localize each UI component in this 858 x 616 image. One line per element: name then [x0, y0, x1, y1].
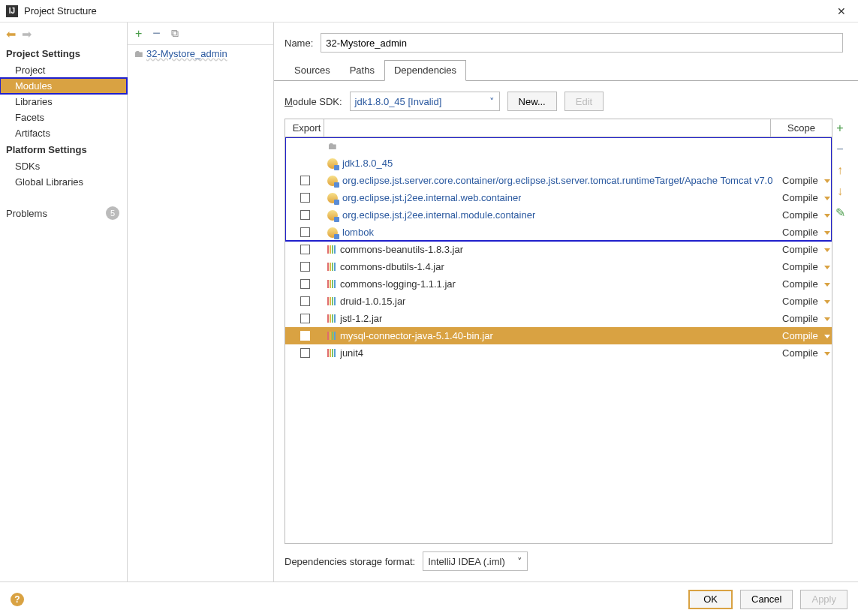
export-checkbox[interactable]	[300, 193, 310, 203]
dependency-name: druid-1.0.15.jar	[340, 296, 405, 307]
new-sdk-button[interactable]: New...	[507, 92, 557, 111]
chevron-down-icon[interactable]	[824, 195, 832, 201]
ok-button[interactable]: OK	[688, 590, 733, 609]
scope-cell[interactable]: Compile	[779, 330, 832, 341]
dependency-name: junit4	[340, 347, 363, 359]
window-title: Project Structure	[24, 5, 97, 17]
problems-count-badge: 5	[106, 206, 119, 220]
export-checkbox[interactable]	[300, 210, 310, 220]
module-name-field-label: Name:	[284, 38, 313, 49]
dependency-row[interactable]: commons-beanutils-1.8.3.jarCompile	[285, 241, 832, 258]
chevron-down-icon[interactable]	[824, 316, 832, 322]
dependency-row[interactable]: org.eclipse.jst.server.core.container/or…	[285, 172, 832, 189]
scope-cell[interactable]: Compile	[779, 209, 832, 221]
export-checkbox[interactable]	[300, 331, 310, 341]
cancel-button[interactable]: Cancel	[740, 590, 793, 609]
forward-icon[interactable]: ➡	[22, 27, 32, 41]
library-icon	[327, 227, 338, 238]
dependency-row[interactable]: druid-1.0.15.jarCompile	[285, 293, 832, 310]
scope-cell[interactable]: Compile	[779, 244, 832, 255]
sidebar-item-sdks[interactable]: SDKs	[0, 158, 127, 174]
scope-cell[interactable]: Compile	[779, 192, 832, 203]
app-icon: IJ	[6, 5, 18, 17]
sidebar: ⬅ ➡ Project Settings ProjectModulesLibra…	[0, 23, 128, 581]
sidebar-item-libraries[interactable]: Libraries	[0, 94, 127, 110]
dependency-name: lombok	[342, 227, 374, 238]
export-checkbox[interactable]	[300, 348, 310, 358]
tab-sources[interactable]: Sources	[284, 60, 340, 80]
chevron-down-icon[interactable]	[824, 281, 832, 287]
dependency-row[interactable]: org.eclipse.jst.j2ee.internal.web.contai…	[285, 189, 832, 206]
chevron-down-icon[interactable]	[824, 333, 832, 339]
module-list-item[interactable]: 🖿 32-Mystore_admin	[128, 45, 273, 62]
dependency-row[interactable]: 🖿	[285, 137, 832, 155]
chevron-down-icon[interactable]	[824, 230, 832, 236]
scope-cell[interactable]: Compile	[779, 278, 832, 290]
export-checkbox[interactable]	[300, 245, 310, 254]
export-checkbox[interactable]	[300, 314, 310, 323]
dependency-name: commons-dbutils-1.4.jar	[340, 261, 444, 272]
scope-cell[interactable]: Compile	[779, 261, 832, 272]
dependency-row[interactable]: jstl-1.2.jarCompile	[285, 310, 832, 327]
help-icon[interactable]: ?	[11, 593, 24, 606]
storage-format-select[interactable]: IntelliJ IDEA (.iml) ˅	[423, 551, 528, 571]
column-scope: Scope	[770, 119, 832, 137]
dependency-row[interactable]: jdk1.8.0_45	[285, 155, 832, 172]
chevron-down-icon: ˅	[517, 556, 522, 567]
sidebar-item-project[interactable]: Project	[0, 62, 127, 78]
export-checkbox[interactable]	[300, 227, 310, 237]
export-checkbox[interactable]	[300, 279, 310, 289]
chevron-down-icon[interactable]	[824, 178, 832, 184]
library-icon	[327, 297, 336, 305]
close-icon[interactable]: ✕	[831, 2, 852, 20]
library-icon	[327, 349, 336, 357]
sidebar-item-modules[interactable]: Modules	[0, 78, 127, 94]
scope-cell[interactable]: Compile	[779, 175, 832, 186]
scope-label: Compile	[782, 192, 818, 203]
remove-module-icon[interactable]: −	[152, 26, 161, 41]
scope-cell[interactable]: Compile	[779, 227, 832, 238]
dependency-name: org.eclipse.jst.j2ee.internal.web.contai…	[342, 192, 521, 203]
add-module-icon[interactable]: +	[135, 27, 142, 41]
chevron-down-icon[interactable]	[824, 247, 832, 253]
dependency-row[interactable]: org.eclipse.jst.j2ee.internal.module.con…	[285, 206, 832, 224]
move-up-icon[interactable]: ↑	[837, 164, 843, 177]
module-name-input[interactable]	[321, 33, 843, 53]
library-icon	[327, 193, 338, 203]
tab-paths[interactable]: Paths	[340, 60, 384, 80]
sidebar-item-facets[interactable]: Facets	[0, 110, 127, 125]
module-sdk-select[interactable]: jdk1.8.0_45 [Invalid] ˅	[350, 92, 500, 111]
export-checkbox[interactable]	[300, 296, 310, 306]
dependency-row[interactable]: commons-logging-1.1.1.jarCompile	[285, 275, 832, 293]
problems-label: Problems	[6, 208, 47, 219]
edit-dependency-icon[interactable]: ✎	[835, 206, 845, 220]
dependency-row[interactable]: lombokCompile	[285, 224, 832, 241]
chevron-down-icon[interactable]	[824, 212, 832, 218]
edit-sdk-button: Edit	[564, 92, 604, 111]
chevron-down-icon: ˅	[489, 96, 495, 107]
chevron-down-icon[interactable]	[824, 264, 832, 270]
scope-cell[interactable]: Compile	[779, 313, 832, 324]
chevron-down-icon[interactable]	[824, 299, 832, 305]
scope-cell[interactable]: Compile	[779, 296, 832, 307]
platform-settings-heading: Platform Settings	[0, 141, 127, 158]
export-checkbox[interactable]	[300, 262, 310, 272]
move-down-icon[interactable]: ↓	[837, 185, 843, 198]
library-icon	[327, 158, 338, 169]
chevron-down-icon[interactable]	[824, 350, 832, 356]
add-dependency-icon[interactable]: +	[836, 122, 843, 135]
dependency-row[interactable]: mysql-connector-java-5.1.40-bin.jarCompi…	[285, 327, 832, 344]
dependency-row[interactable]: junit4Compile	[285, 344, 832, 362]
column-export: Export	[285, 119, 324, 137]
sidebar-item-global-libraries[interactable]: Global Libraries	[0, 174, 127, 190]
scope-cell[interactable]: Compile	[779, 347, 832, 359]
dependency-row[interactable]: commons-dbutils-1.4.jarCompile	[285, 258, 832, 275]
tab-dependencies[interactable]: Dependencies	[384, 60, 466, 81]
sidebar-item-problems[interactable]: Problems 5	[0, 202, 127, 224]
sidebar-item-artifacts[interactable]: Artifacts	[0, 125, 127, 141]
remove-dependency-icon[interactable]: −	[836, 143, 843, 156]
dependency-name: commons-beanutils-1.8.3.jar	[340, 244, 463, 255]
export-checkbox[interactable]	[300, 176, 310, 185]
copy-module-icon[interactable]: ⧉	[171, 27, 179, 40]
back-icon[interactable]: ⬅	[6, 27, 16, 41]
